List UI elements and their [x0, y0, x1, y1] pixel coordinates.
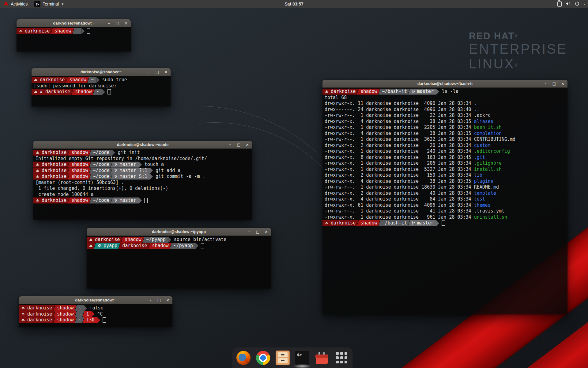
toolbox-icon [315, 351, 329, 365]
terminal-output-line: [sudo] password for darknoise: [32, 83, 171, 89]
titlebar[interactable]: darknoise@shadow:~–□× [32, 68, 171, 76]
prompt-line: darknoiseshadow~/codemaster S:1git commi… [33, 174, 252, 180]
python-icon [98, 244, 101, 247]
redhat-icon [89, 244, 93, 247]
dock-item-firefox[interactable] [236, 351, 251, 365]
file-list-row: drwxrwxr-x. 4 darknoise darknoise 38 Jan… [322, 119, 567, 125]
file-name: aliases [474, 119, 493, 125]
terminal-body[interactable]: darknoiseshadow~/bash-itmasterls -latota… [322, 88, 567, 314]
prompt-segment-host: shadow [121, 237, 144, 243]
prompt-segment-path: ~ [72, 28, 81, 34]
prompt-arrow-icon [150, 168, 153, 173]
dock-item-app-grid[interactable] [334, 351, 349, 365]
file-attrs: -rw-rw-r--. 1 darknoise darknoise 41 Jan… [325, 208, 474, 214]
maximize-button[interactable]: □ [552, 82, 556, 86]
prompt-segment-host: shadow [53, 305, 76, 311]
prompt-line: darknoiseshadow~/codemastertouch a [33, 162, 252, 168]
maximize-button[interactable]: □ [237, 143, 241, 147]
titlebar[interactable]: darknoise@shadow:~/bash-it–□× [322, 80, 567, 88]
prompt-segment-host: shadow [51, 28, 74, 34]
terminal-cursor [87, 29, 90, 34]
file-list-row: drwx------. 24 darknoise darknoise 4096 … [322, 107, 567, 113]
terminal-app-icon: $> [34, 1, 40, 7]
prompt-arrow-icon [97, 77, 100, 83]
file-name: .travis.yml [474, 208, 504, 214]
terminal-body[interactable]: darknoiseshadow~falsedarknoiseshadow~1^C… [19, 304, 172, 327]
minimize-button[interactable]: – [149, 298, 153, 302]
system-tray[interactable]: ▾ [557, 0, 585, 8]
file-list-row: drwxrwxr-x. 11 darknoise darknoise 4096 … [322, 101, 567, 107]
grid-dot [345, 361, 347, 363]
maximize-button[interactable]: □ [256, 230, 260, 234]
prompt-arrow-icon [436, 220, 439, 226]
command-text: git init [118, 150, 140, 156]
file-list-row: drwxrwxr-x. 4 darknoise darknoise 38 Jan… [322, 178, 567, 185]
file-name: .. [474, 107, 480, 113]
terminal-body[interactable]: darknoiseshadow~/codegit initInitialized… [33, 149, 252, 220]
file-list-row: -rwxrwxr-x. 1 darknoise darknoise 240 Ja… [322, 148, 567, 155]
minimize-button[interactable]: – [544, 82, 548, 86]
minimize-button[interactable]: – [228, 143, 232, 147]
minimize-button[interactable]: – [247, 230, 251, 234]
file-attrs: drwxrwxr-x. 11 darknoise darknoise 4096 … [325, 101, 474, 107]
terminal-cursor [107, 89, 111, 94]
maximize-button[interactable]: □ [115, 21, 119, 25]
titlebar[interactable]: darknoise@shadow:~–□× [19, 296, 172, 304]
terminal-output-line: [master (root-commit) 50bcb63] . [33, 180, 252, 186]
file-list-row: -rw-rw-r--. 1 darknoise darknoise 22 Jan… [322, 113, 567, 119]
terminal-body[interactable]: darknoiseshadow~sudo true[sudo] password… [32, 76, 171, 106]
maximize-button[interactable]: □ [157, 298, 161, 302]
prompt-segment-host: shadow [148, 243, 171, 249]
close-button[interactable]: × [124, 21, 128, 25]
close-button[interactable]: × [164, 70, 168, 74]
titlebar[interactable]: darknoise@shadow:~/code–□× [33, 141, 252, 149]
drawer-handle [281, 354, 285, 355]
dock-item-chrome[interactable] [256, 351, 270, 365]
grid-dot [340, 352, 343, 355]
close-button[interactable]: × [561, 82, 565, 86]
toolbox-body [316, 358, 328, 364]
window-terminal-exit-codes: darknoise@shadow:~–□×darknoiseshadow~fal… [19, 296, 172, 327]
prompt-arrow-icon [102, 89, 105, 95]
minimize-button[interactable]: – [107, 21, 111, 25]
prompt-segment-path: ~ [93, 89, 102, 95]
maximize-button[interactable]: □ [155, 70, 159, 74]
app-grid-icon [336, 352, 347, 363]
branch-icon [115, 198, 118, 203]
dock-item-toolbox[interactable] [315, 351, 329, 365]
titlebar[interactable]: darknoise@shadow:~/pyapp–□× [87, 228, 271, 236]
clock[interactable]: Sat 03:57 [285, 2, 303, 6]
file-attrs: -rw-rw-r--. 1 darknoise darknoise 22 Jan… [325, 113, 474, 119]
minimize-button[interactable]: – [147, 70, 151, 74]
dock: $> [232, 347, 352, 368]
power-icon [575, 1, 579, 7]
command-text: ls -la [442, 89, 458, 95]
prompt-line: darknoiseshadow~/bash-itmasterls -la [322, 89, 567, 95]
titlebar[interactable]: darknoise@shadow:~–□× [17, 19, 131, 27]
activities-button[interactable]: Activities [0, 0, 31, 8]
terminal-body[interactable]: darknoiseshadow~/pyappsource bin/activat… [87, 236, 271, 289]
prompt-segment-path: ~/pyapp [170, 243, 196, 249]
dock-item-terminal[interactable]: $> [295, 351, 310, 365]
terminal-body[interactable]: darknoiseshadow~ [17, 27, 131, 52]
close-button[interactable]: × [166, 298, 170, 302]
grid-dot [340, 361, 343, 363]
file-list-row: drwxrwxr-x. 8 darknoise darknoise 163 Ja… [322, 155, 567, 161]
file-attrs: drwxrwxr-x. 8 darknoise darknoise 163 Ja… [325, 155, 474, 161]
file-list-row: -rw-rw-r--. 1 darknoise darknoise 3622 J… [322, 136, 567, 143]
prompt-line: darknoiseshadow~/codemaster [33, 197, 252, 204]
file-name: . [474, 101, 477, 107]
app-menu-terminal[interactable]: $> Terminal ▼ [31, 0, 67, 8]
close-button[interactable]: × [264, 230, 268, 234]
file-name: custom [474, 143, 491, 149]
command-text: source bin/activate [174, 237, 227, 243]
redhat-icon [325, 221, 329, 225]
prompt-segment-host: shadow [357, 220, 380, 226]
close-button[interactable]: × [245, 143, 249, 147]
dock-item-files[interactable] [275, 351, 290, 365]
rhel-logo-brand: RED HAT® [469, 31, 567, 42]
prompt-segment-branch: master S:1 [111, 174, 150, 180]
window-terminal-pyapp: darknoise@shadow:~/pyapp–□×darknoiseshad… [87, 228, 271, 289]
terminal-cursor [442, 220, 445, 226]
file-name: test [474, 196, 485, 202]
